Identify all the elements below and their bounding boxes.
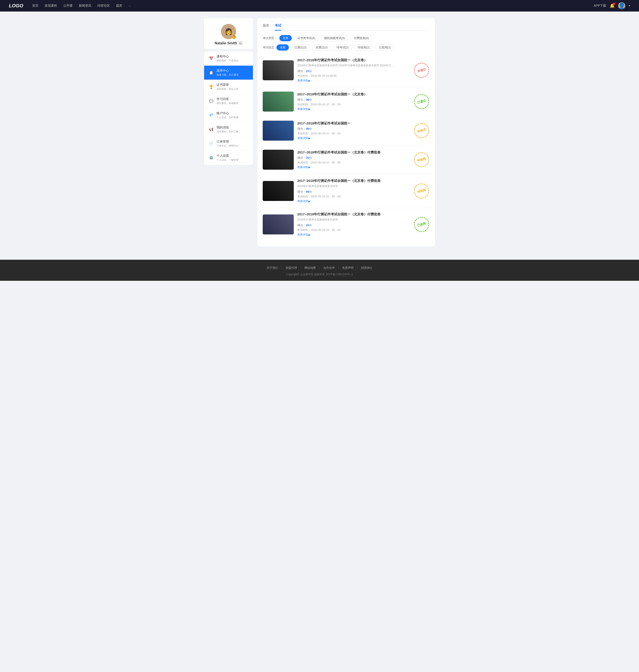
exam-title-1: 2017–2018年行测证件考试全国统一（北京卷） <box>297 92 410 96</box>
type-filter-random[interactable]: 随机抽题考试(5) <box>321 35 348 41</box>
menu-sub-account: 个人权益、实时掌握 <box>217 116 249 119</box>
nav-open-course[interactable]: 公开课 <box>63 4 73 8</box>
tab-exam[interactable]: 考试 <box>275 23 281 31</box>
exam-time-5: 考试时间：2019–05–03 10：09：09 <box>297 228 410 232</box>
status-filter-reviewed[interactable]: 已批阅(2) <box>375 44 394 51</box>
status-filter-pending[interactable]: 待考试(2) <box>333 44 352 51</box>
header-chevron-icon[interactable]: ▾ <box>629 4 630 7</box>
exam-detail-link-3[interactable]: 查看详情 ▶ <box>297 165 410 169</box>
sidebar: 👩 🏅 Natalie Smith Lv 📅 课程中心 精彩课程、不容错过 📋 <box>204 18 253 246</box>
nav-news[interactable]: 新闻资讯 <box>79 4 91 8</box>
sidebar-item-account[interactable]: 💎 账户中心 个人权益、实时掌握 <box>204 108 253 123</box>
menu-sub-qb: 海量习题、助力通关 <box>217 73 249 77</box>
type-filter-paid[interactable]: 付费批卷(6) <box>350 35 372 41</box>
status-stamp-4: 待批阅 <box>412 182 431 200</box>
status-filter-passed[interactable]: 已通过(2) <box>291 44 310 51</box>
exam-info-5: 2017–2018年行测证件考试全国统一（北京卷）付费批卷 2018年行测考试是… <box>297 212 410 237</box>
sidebar-item-qa[interactable]: 💬 学习问答 课后重温、疑难解答 <box>204 94 253 108</box>
footer-link-2[interactable]: 网站地图 <box>301 266 320 270</box>
qa-icon: 💬 <box>208 98 214 104</box>
exam-info-0: 2017–2018年行测证件考试全国统一（北京卷） 2018年行测考试是最值得多… <box>297 58 410 82</box>
exam-detail-link-4[interactable]: 查看详情 ▶ <box>297 199 410 203</box>
exam-time-1: 考试时间：2019–05–03 10：09：09 <box>297 103 410 107</box>
menu-label-orders: 订单管理 <box>217 140 249 144</box>
type-filter-cert[interactable]: 证书类考试(4) <box>294 35 318 41</box>
exam-detail-link-1[interactable]: 查看详情 ▶ <box>297 107 410 111</box>
score-label-2: 得分： <box>297 127 306 130</box>
user-avatar[interactable]: 👤 <box>618 2 625 9</box>
exam-time-2: 考试时间：2019–05–03 10：09：09 <box>297 132 410 135</box>
tab-questionbank[interactable]: 题库 <box>263 23 269 31</box>
orders-icon: 📄 <box>208 141 214 146</box>
nav-question-bank[interactable]: 题库 <box>116 4 122 8</box>
exam-desc-4: 2018年行测考试是最值得多去研究 <box>297 184 410 188</box>
exam-status-0: 未通过 <box>414 62 430 78</box>
menu-text-settings: 个人设置 个人信息、一键管理 <box>217 154 249 162</box>
footer-link-0[interactable]: 关于我们 <box>263 266 282 270</box>
score-label-0: 得分： <box>297 69 306 73</box>
score-unit-1: 分 <box>309 98 312 101</box>
status-filter-all[interactable]: 全部 <box>277 44 289 51</box>
username-text: Natalie Smith <box>215 41 237 45</box>
sidebar-menu: 📅 课程中心 精彩课程、不容错过 📋 题库中心 海量习题、助力通关 🏆 证书荣誉… <box>204 51 253 165</box>
detail-arrow-icon-1: ▶ <box>308 108 310 111</box>
sidebar-username: Natalie Smith Lv <box>208 41 249 45</box>
nav-qa[interactable]: 问答社区 <box>97 4 110 8</box>
exam-title-5: 2017–2018年行测证件考试全国统一（北京卷）付费批卷 <box>297 212 410 217</box>
score-label-1: 得分： <box>297 98 306 101</box>
detail-arrow-icon-3: ▶ <box>308 166 310 169</box>
sidebar-item-certificate[interactable]: 🏆 证书荣誉 收获荣誉、持证上岗 <box>204 80 253 94</box>
app-download-link[interactable]: APP下载 <box>594 4 606 8</box>
exam-title-4: 2017–2018年行测证件考试全国统一（北京卷）付费批卷 <box>297 179 410 183</box>
footer-link-1[interactable]: 加盟代理 <box>282 266 301 270</box>
detail-arrow-icon-0: ▶ <box>308 79 310 82</box>
footer-link-4[interactable]: 免责声明 <box>339 266 357 270</box>
menu-text-account: 账户中心 个人权益、实时掌握 <box>217 111 249 119</box>
score-label-4: 得分： <box>297 190 306 193</box>
exam-status-3: 待批阅 <box>414 152 430 168</box>
nav-discover[interactable]: 发现课程 <box>45 4 57 8</box>
footer: 关于我们加盟代理网站地图合作伙伴免责声明招贤纳士 Copyright© 云朵商学… <box>0 260 639 281</box>
main-container: 👩 🏅 Natalie Smith Lv 📅 课程中心 精彩课程、不容错过 📋 <box>200 12 439 253</box>
sidebar-item-settings[interactable]: ⚙️ 个人设置 个人信息、一键管理 <box>204 151 253 165</box>
nav-more[interactable]: ··· <box>128 4 131 7</box>
type-filter-all[interactable]: 全部 <box>279 35 292 41</box>
exam-score-val-5: 25 <box>306 224 309 227</box>
avatar-image: 👤 <box>618 2 625 9</box>
exam-detail-link-0[interactable]: 查看详情 ▶ <box>297 79 410 82</box>
exam-detail-link-5[interactable]: 查看详情 ▶ <box>297 233 410 237</box>
thumb-content-4 <box>263 181 294 201</box>
exam-detail-link-2[interactable]: 查看详情 ▶ <box>297 137 410 140</box>
thumb-content-3 <box>263 150 294 170</box>
exam-info-1: 2017–2018年行测证件考试全国统一（北京卷） 得分：99分 考试时间：20… <box>297 92 410 111</box>
messages-icon: 📢 <box>208 127 214 132</box>
status-filter-label: 考试状态 <box>263 46 274 49</box>
footer-link-5[interactable]: 招贤纳士 <box>357 266 376 270</box>
exam-title-2: 2017–2018年行测证件考试全国统一 <box>297 121 410 126</box>
score-label-5: 得分： <box>297 224 306 227</box>
nav-home[interactable]: 首页 <box>32 4 38 8</box>
exam-score-row-4: 得分：99分 <box>297 190 410 194</box>
exam-title-0: 2017–2018年行测证件考试全国统一（北京卷） <box>297 58 410 62</box>
exam-title-3: 2017–2018年行测证件考试全国统一（北京卷）付费批卷 <box>297 150 410 155</box>
status-stamp-1: 已通过 <box>412 92 431 111</box>
sidebar-item-orders[interactable]: 📄 订单管理 订单支出、明明白白 <box>204 137 253 151</box>
score-unit-5: 分 <box>309 224 312 227</box>
menu-label-course: 课程中心 <box>217 54 249 59</box>
exam-time-4: 考试时间：2019–05–03 10：09：09 <box>297 195 410 198</box>
sidebar-item-messages[interactable]: 📢 我的消息 消息通知、及时了解 <box>204 123 253 137</box>
exam-item-0: 2017–2018年行测证件考试全国统一（北京卷） 2018年行测考试是最值得多… <box>263 54 430 87</box>
sidebar-item-course[interactable]: 📅 课程中心 精彩课程、不容错过 <box>204 51 253 66</box>
score-unit-4: 分 <box>309 190 312 193</box>
exam-score-row-2: 得分：99分 <box>297 127 410 131</box>
exam-score-val-4: 99 <box>306 190 309 193</box>
status-filter-review[interactable]: 待批阅(2) <box>354 44 373 51</box>
exam-score-val-1: 99 <box>306 98 309 101</box>
thumb-content-1 <box>263 92 294 112</box>
notification-bell[interactable]: 🔔 ● <box>610 3 614 8</box>
profile-avatar-wrap: 👩 🏅 <box>220 23 236 39</box>
sidebar-item-questionbank[interactable]: 📋 题库中心 海量习题、助力通关 <box>204 66 253 80</box>
footer-link-3[interactable]: 合作伙伴 <box>320 266 339 270</box>
logo[interactable]: LOGO <box>9 3 23 9</box>
status-filter-failed[interactable]: 未通过(2) <box>312 44 331 51</box>
